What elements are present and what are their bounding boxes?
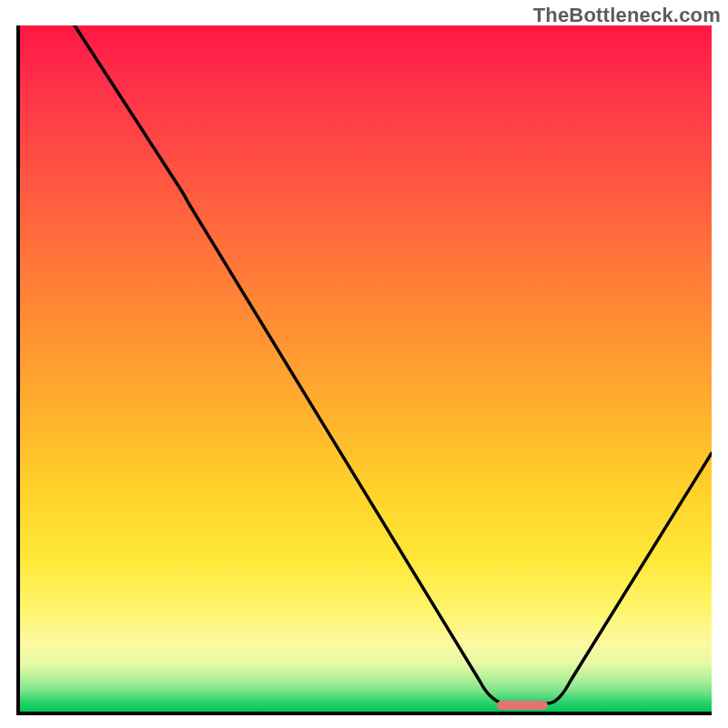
optimal-marker [497, 701, 548, 710]
watermark-text: TheBottleneck.com [533, 4, 721, 27]
bottleneck-curve [20, 25, 712, 712]
plot-area [16, 25, 712, 715]
